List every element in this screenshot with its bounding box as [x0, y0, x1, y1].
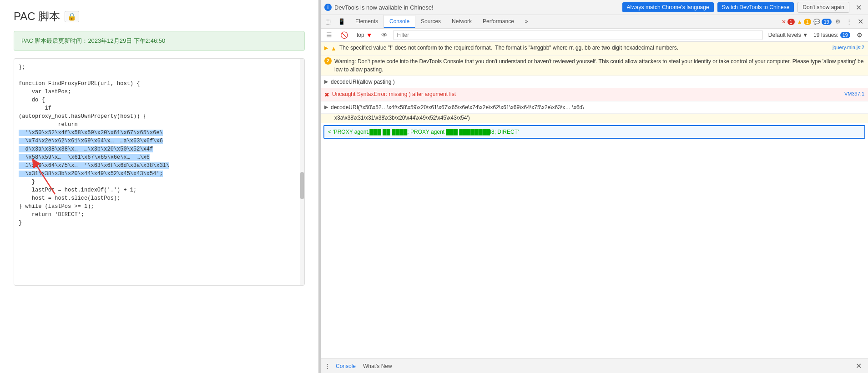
switch-chinese-button[interactable]: Switch DevTools to Chinese	[717, 2, 794, 12]
msg-decode-hex: ▶ decodeURI('\x50\x52…\x4f\x58\x59\x20\x…	[321, 101, 868, 114]
lock-icon: 🔒	[65, 11, 79, 22]
bottom-close-button[interactable]: ✕	[853, 361, 864, 371]
dont-show-button[interactable]: Don't show again	[797, 2, 849, 13]
tab-elements[interactable]: Elements	[350, 15, 384, 28]
tab-icons: ⬚ 📱	[323, 16, 348, 27]
msg-syntax-error: ✖ Uncaught SyntaxError: missing ) after …	[321, 88, 868, 102]
tab-menu-button[interactable]: ⋮	[843, 16, 855, 27]
topbar-close-button[interactable]: ✕	[853, 2, 864, 13]
warning-number-badge: 2	[324, 57, 332, 65]
title-row: PAC 脚本 🔒	[14, 9, 305, 24]
filter-input[interactable]	[393, 30, 763, 40]
error-icon: ✕	[782, 19, 786, 25]
red-arrow	[28, 153, 64, 199]
tab-sources[interactable]: Sources	[415, 15, 446, 28]
settings-gear-button[interactable]: ⚙	[833, 16, 843, 27]
msg-decode-hex-cont: x3a\x38\x31\x31\x38\x3b\x20\x44\x49\x52\…	[321, 114, 868, 123]
tab-network[interactable]: Network	[446, 15, 477, 28]
info-banner: PAC 脚本最后更新时间：2023年12月29日 下午2:46:50	[14, 31, 305, 51]
inspect-icon-button[interactable]: ⬚	[323, 16, 333, 27]
code-line-6: if	[19, 105, 51, 111]
tab-more[interactable]: »	[520, 15, 534, 28]
code-line-7: (autoproxy_host.hasOwnProperty(host)) {	[19, 113, 146, 120]
expand-decode-hex-icon[interactable]: ▶	[324, 103, 328, 111]
devtools-info-row: i DevTools is now available in Chinese!	[324, 4, 619, 11]
scrollbar-thumb[interactable]	[300, 172, 304, 199]
code-editor[interactable]: }; function FindProxyForURL(url, host) {…	[14, 58, 305, 286]
msg-decode-allow: ▶ decodeURI(allow pasting )	[321, 76, 868, 88]
sidebar-toggle-button[interactable]: ☰	[323, 30, 335, 40]
top-dropdown-arrow: ▼	[366, 31, 373, 39]
code-line-13: return 'DIRECT';	[19, 212, 84, 218]
vertical-scrollbar[interactable]	[300, 59, 304, 285]
code-line-5: do {	[19, 97, 45, 103]
bottom-menu-button[interactable]: ⋮	[324, 363, 330, 369]
vm397-link[interactable]: VM397:1	[844, 90, 864, 98]
code-line-4: var lastPos;	[19, 89, 71, 95]
tab-console[interactable]: Console	[384, 15, 415, 28]
info-circle-icon: i	[324, 4, 332, 11]
code-line-1: };	[19, 64, 25, 71]
expand-warning-icon[interactable]: ▶	[324, 44, 328, 52]
msg-decode-hex-text: decodeURI('\x50\x52…\x4f\x58\x59\x20\x61…	[331, 103, 864, 111]
code-line-12: } while (lastPos >= 1);	[19, 203, 94, 210]
issues-button[interactable]: 19 Issues: 19	[813, 32, 851, 38]
eye-button[interactable]: 👁	[378, 30, 390, 40]
device-icon-button[interactable]: 📱	[335, 16, 348, 27]
bottom-tab-console[interactable]: Console	[334, 362, 358, 370]
code-content: }; function FindProxyForURL(url, host) {…	[19, 63, 300, 227]
message-badge: 19	[822, 19, 832, 25]
code-line-14: }	[19, 220, 22, 226]
warning-triangle-icon: ▲	[331, 44, 337, 53]
expand-decode-allow-icon[interactable]: ▶	[324, 78, 328, 86]
left-panel: PAC 脚本 🔒 PAC 脚本最后更新时间：2023年12月29日 下午2:46…	[0, 0, 318, 373]
top-label: top	[357, 32, 364, 38]
console-toolbar: ☰ 🚫 top ▼ 👁 Default levels ▼ 19 Issues: …	[321, 29, 868, 42]
always-match-button[interactable]: Always match Chrome's language	[622, 2, 714, 12]
devtools-close-button[interactable]: ✕	[855, 16, 866, 27]
devtools-bottombar: ⋮ Console What's New ✕	[321, 358, 868, 373]
default-levels-selector[interactable]: Default levels ▼	[766, 31, 811, 39]
msg-syntax-error-text: Uncaught SyntaxError: missing ) after ar…	[332, 90, 842, 98]
console-messages[interactable]: ▶ ▲ The specified value "!" does not con…	[321, 42, 868, 358]
code-line-3: function FindProxyForURL(url, host) {	[19, 81, 140, 87]
devtools-tabbar: ⬚ 📱 Elements Console Sources Network Per…	[321, 15, 868, 29]
issues-badge: 19	[840, 32, 850, 38]
warning-badge: 1	[804, 19, 811, 25]
code-editor-wrapper: }; function FindProxyForURL(url, host) {…	[14, 58, 305, 364]
clear-console-button[interactable]: 🚫	[338, 30, 351, 40]
devtools-panel: i DevTools is now available in Chinese! …	[320, 0, 868, 373]
devtools-topbar: i DevTools is now available in Chinese! …	[321, 0, 868, 15]
banner-text: PAC 脚本最后更新时间：2023年12月29日 下午2:46:50	[21, 37, 165, 44]
message-icon: 💬	[813, 19, 820, 25]
tab-performance[interactable]: Performance	[477, 15, 520, 28]
devtools-info-text: DevTools is now available in Chinese!	[334, 4, 434, 11]
page-title: PAC 脚本	[14, 9, 60, 24]
msg-decode-allow-text: decodeURI(allow pasting )	[331, 78, 864, 86]
error-badge: 1	[787, 19, 795, 25]
top-context-selector[interactable]: top ▼	[353, 30, 376, 40]
badge-area: ✕ 1 ▲ 1 💬 19	[782, 19, 833, 25]
bottom-tab-whatsnew[interactable]: What's New	[361, 362, 394, 370]
msg-format-text: The specified value "!" does not conform…	[339, 44, 830, 52]
console-settings-button[interactable]: ⚙	[854, 30, 865, 40]
svg-line-0	[35, 162, 55, 194]
msg-warning-format: ▶ ▲ The specified value "!" does not con…	[321, 42, 868, 55]
msg-result-text: < 'PROXY agent.███ ██ ████; PROXY agent …	[328, 128, 861, 136]
msg-result: < 'PROXY agent.███ ██ ████; PROXY agent …	[323, 125, 865, 139]
jquery-link[interactable]: jquery.min.js:2	[833, 44, 864, 51]
error-circle-icon: ✖	[324, 91, 329, 100]
code-line-8: return	[19, 121, 78, 128]
warning-icon: ▲	[797, 19, 802, 25]
msg-paste-text: Warning: Don't paste code into the DevTo…	[334, 57, 864, 74]
issues-label: 19 Issues:	[813, 32, 838, 38]
msg-warning-paste: 2 Warning: Don't paste code into the Dev…	[321, 55, 868, 76]
